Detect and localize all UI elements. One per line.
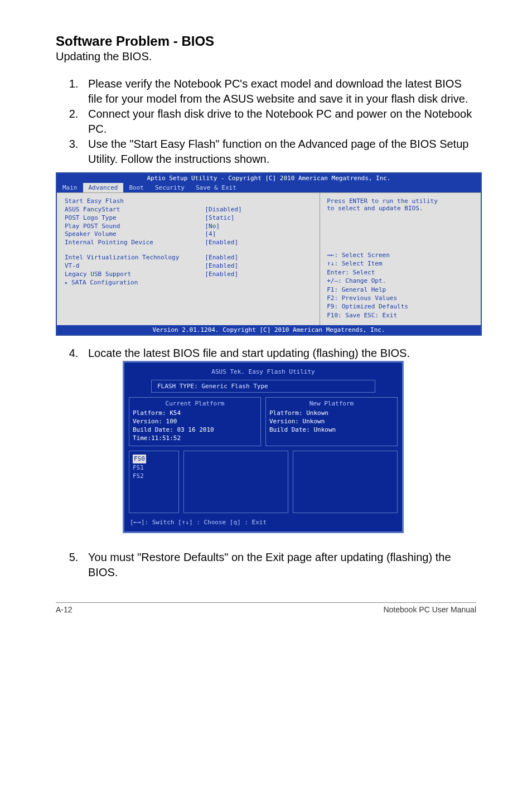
- new-platform-panel: New Platform Platform: Unkown Version: U…: [265, 397, 398, 446]
- key-f1: F1: General Help: [327, 286, 475, 294]
- bios-value-speaker-vol: [4]: [205, 230, 241, 239]
- bios-value-ipd: [Enabled]: [205, 239, 241, 247]
- key-f9: F9: Optimized Defaults: [327, 302, 475, 311]
- bios-item-play-post-sound[interactable]: Play POST Sound: [65, 223, 205, 231]
- new-platform-line2: Version: Unkown: [269, 418, 394, 426]
- bios-item-vtd[interactable]: VT-d: [65, 262, 205, 270]
- step-5: You must "Restore Defaults" on the Exit …: [81, 550, 476, 580]
- tab-security[interactable]: Security: [149, 183, 190, 192]
- page-number: A-12: [56, 605, 72, 614]
- bios-value-intel-vt: [Enabled]: [205, 254, 241, 262]
- key-select-screen: →←: Select Screen: [327, 251, 475, 259]
- current-platform-line2: Version: 100: [133, 418, 257, 426]
- tab-boot[interactable]: Boot: [123, 183, 149, 192]
- bios-value-fancystart: [Disabled]: [205, 206, 241, 214]
- key-enter: Enter: Select: [327, 268, 475, 277]
- page-footer: A-12 Notebook PC User Manual: [56, 602, 476, 614]
- spacer: [205, 247, 241, 254]
- flash-file-list[interactable]: [183, 451, 288, 513]
- bios-item-legacy-usb[interactable]: Legacy USB Support: [65, 270, 205, 279]
- bios-item-intel-vt[interactable]: Intel Virtualization Technology: [65, 254, 205, 262]
- step-1: Please verify the Notebook PC's exact mo…: [81, 76, 476, 107]
- step-2: Connect your flash disk drive to the Not…: [81, 107, 476, 137]
- key-f2: F2: Previous Values: [327, 294, 475, 302]
- tab-advanced[interactable]: Advanced: [83, 183, 124, 192]
- bios-value-legacy-usb: [Enabled]: [205, 270, 241, 279]
- fs-item-fs2[interactable]: FS2: [133, 472, 175, 480]
- current-platform-line1: Platform: K54: [133, 409, 257, 418]
- bios-item-start-easy-flash[interactable]: Start Easy Flash: [65, 197, 205, 206]
- flash-file-detail: [293, 451, 398, 513]
- key-select-item: ↑↓: Select Item: [327, 259, 475, 268]
- bios-title: Aptio Setup Utility - Copyright [C] 2010…: [57, 173, 481, 183]
- tab-main[interactable]: Main: [57, 183, 83, 192]
- step-4: Locate the latest BIOS file and start up…: [81, 346, 476, 361]
- bios-footer: Version 2.01.1204. Copyright [C] 2010 Am…: [57, 325, 481, 335]
- new-platform-line3: Build Date: Unkown: [269, 426, 394, 434]
- bios-help-line1: Press ENTER to run the utility: [327, 197, 475, 205]
- new-platform-title: New Platform: [269, 400, 394, 408]
- flash-title: ASUS Tek. Easy Flash Utility: [129, 366, 398, 380]
- bios-item-speaker-volume[interactable]: Speaker Volume: [65, 230, 205, 239]
- key-f10: F10: Save ESC: Exit: [327, 311, 475, 320]
- bios-value-vtd: [Enabled]: [205, 262, 241, 270]
- bios-value-play-post: [No]: [205, 223, 241, 231]
- current-platform-line3: Build Date: 03 16 2010 Time:11:51:52: [133, 426, 257, 443]
- key-change-opt: +/—: Change Opt.: [327, 277, 475, 285]
- tab-save-exit[interactable]: Save & Exit: [190, 183, 242, 192]
- page-subheading: Updating the BIOS.: [56, 50, 476, 63]
- flash-type-bar: FLASH TYPE: Generic Flash Type: [151, 380, 375, 393]
- bios-item-sata-config[interactable]: SATA Configuration: [65, 279, 205, 287]
- bios-item-fancystart[interactable]: ASUS FancyStart: [65, 206, 205, 214]
- flash-key-hints: [←→]: Switch [↑↓] : Choose [q] : Exit: [129, 519, 398, 527]
- spacer: [65, 247, 205, 254]
- bios-item-post-logo-type[interactable]: POST Logo Type: [65, 214, 205, 223]
- bios-value-post-logo: [Static]: [205, 214, 241, 223]
- bios-value-blank: [205, 197, 241, 206]
- fs-item-fs0[interactable]: FS0: [133, 455, 146, 463]
- bios-key-hints: →←: Select Screen ↑↓: Select Item Enter:…: [327, 251, 475, 320]
- manual-title: Notebook PC User Manual: [383, 605, 476, 614]
- easy-flash-screenshot: ASUS Tek. Easy Flash Utility FLASH TYPE:…: [123, 361, 404, 533]
- bios-help-text: Press ENTER to run the utility to select…: [327, 197, 475, 212]
- step-3: Use the "Start Easy Flash" function on t…: [81, 137, 476, 167]
- bios-tabs: Main Advanced Boot Security Save & Exit: [57, 183, 481, 192]
- fs-item-fs1[interactable]: FS1: [133, 463, 175, 472]
- bios-help-line2: to select and update BIOS.: [327, 205, 475, 212]
- page-heading: Software Problem - BIOS: [56, 33, 476, 49]
- bios-item-internal-pointing[interactable]: Internal Pointing Device: [65, 239, 205, 247]
- bios-screenshot: Aptio Setup Utility - Copyright [C] 2010…: [56, 172, 482, 336]
- current-platform-panel: Current Platform Platform: K54 Version: …: [129, 397, 261, 446]
- current-platform-title: Current Platform: [133, 400, 257, 408]
- flash-fs-list[interactable]: FS0 FS1 FS2: [129, 451, 179, 513]
- new-platform-line1: Platform: Unkown: [269, 409, 394, 418]
